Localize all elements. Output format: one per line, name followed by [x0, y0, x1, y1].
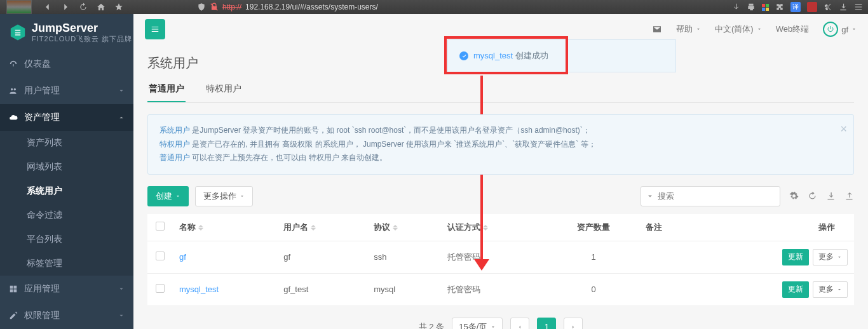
toast-suffix: 创建成功 — [513, 51, 548, 60]
cell-remark — [639, 241, 698, 273]
col-name[interactable]: 名称 — [173, 214, 277, 241]
create-button[interactable]: 创建 — [147, 186, 189, 206]
logo[interactable]: JumpServer FIT2CLOUD飞致云 旗下品牌 — [0, 14, 133, 51]
reload-icon[interactable] — [79, 3, 88, 11]
table-header-row: 名称 用户名 协议 认证方式 资产数量 备注 操作 — [147, 214, 854, 241]
mail-button[interactable] — [652, 24, 662, 34]
more-label: 更多 — [818, 284, 834, 295]
sidebar-item-dashboard[interactable]: 仪表盘 — [0, 51, 133, 77]
sidebar: JumpServer FIT2CLOUD飞致云 旗下品牌 仪表盘 用户管理 资产… — [0, 14, 133, 329]
col-auth[interactable]: 认证方式 — [441, 214, 548, 241]
tab-privileged-user[interactable]: 特权用户 — [205, 77, 243, 102]
cell-username: gf_test — [277, 273, 367, 306]
sidebar-toggle[interactable] — [145, 19, 165, 39]
puzzle-icon[interactable] — [775, 3, 784, 11]
logo-slogan: FIT2CLOUD飞致云 旗下品牌 — [32, 35, 132, 43]
col-remark: 备注 — [639, 214, 698, 241]
web-terminal-link[interactable]: Web终端 — [776, 24, 810, 35]
chevron-down-icon — [118, 88, 125, 94]
url-text[interactable]: 192.168.2.19/ui/#/assets/system-users/ — [245, 3, 378, 11]
power-icon — [827, 25, 834, 33]
refresh-icon[interactable] — [808, 191, 817, 201]
subnav-label-mgmt[interactable]: 标签管理 — [0, 252, 133, 276]
help-label: 帮助 — [676, 24, 693, 35]
hamburger-icon — [151, 25, 159, 34]
alert-keyword: 系统用户 — [159, 126, 190, 135]
help-dropdown[interactable]: 帮助 — [676, 24, 701, 35]
export-icon[interactable] — [826, 191, 836, 201]
forward-icon[interactable] — [61, 3, 70, 11]
home-icon[interactable] — [97, 3, 105, 11]
subnav-cmd-filter[interactable]: 命令过滤 — [0, 203, 133, 227]
close-icon[interactable]: × — [840, 119, 847, 139]
gear-icon[interactable] — [789, 191, 799, 201]
more-button[interactable]: 更多 — [813, 281, 848, 298]
name-link[interactable]: mysql_test — [179, 285, 219, 294]
apps-icon[interactable] — [762, 4, 769, 11]
name-link[interactable]: gf — [179, 252, 186, 262]
sidebar-item-assets[interactable]: 资产管理 — [0, 104, 133, 131]
chevron-right-icon — [570, 324, 576, 329]
avatar — [823, 22, 838, 37]
user-dropdown[interactable]: gf — [823, 22, 857, 37]
col-username[interactable]: 用户名 — [277, 214, 367, 241]
subnav-system-users[interactable]: 系统用户 — [0, 179, 133, 203]
col-ops: 操作 — [698, 214, 854, 241]
logo-icon — [9, 24, 27, 41]
sidebar-label: 权限管理 — [24, 310, 60, 321]
toast-link[interactable]: mysql_test — [473, 51, 513, 60]
mail-icon — [652, 24, 662, 34]
save-down-icon[interactable] — [839, 3, 848, 11]
more-button[interactable]: 更多 — [813, 249, 848, 265]
page-size-label: 15条/页 — [459, 321, 487, 329]
chevron-down-icon — [851, 27, 857, 32]
cell-assets: 1 — [548, 241, 639, 273]
dashboard-icon — [9, 60, 18, 69]
subnav-platform-list[interactable]: 平台列表 — [0, 227, 133, 252]
more-ops-button[interactable]: 更多操作 — [195, 186, 253, 206]
cell-protocol: ssh — [367, 241, 441, 273]
next-page[interactable] — [564, 318, 583, 329]
row-checkbox[interactable] — [156, 284, 165, 293]
tab-normal-user[interactable]: 普通用户 — [147, 77, 186, 102]
cell-protocol: mysql — [367, 273, 441, 306]
cell-username: gf — [277, 241, 367, 273]
alert-text: 可以在资产上预先存在，也可以由 特权用户 来自动创建。 — [190, 153, 387, 162]
col-assets: 资产数量 — [548, 214, 639, 241]
update-button[interactable]: 更新 — [782, 281, 809, 298]
pagination-total: 共 2 条 — [419, 321, 444, 329]
prev-page[interactable] — [510, 318, 529, 329]
search-box[interactable] — [641, 186, 780, 206]
sidebar-item-users[interactable]: 用户管理 — [0, 77, 133, 104]
page-number[interactable]: 1 — [537, 318, 556, 329]
chevron-down-icon — [837, 255, 842, 260]
info-alert: × 系统用户 是JumpServer 登录资产时使用的账号，如 root `ss… — [147, 114, 854, 175]
update-button[interactable]: 更新 — [782, 249, 809, 265]
extension-icon[interactable] — [807, 2, 817, 12]
chevron-down-icon[interactable] — [646, 192, 654, 200]
chevron-down-icon — [240, 194, 245, 199]
language-dropdown[interactable]: 中文(简体) — [715, 24, 762, 35]
download-icon[interactable] — [731, 3, 740, 11]
back-icon[interactable] — [43, 3, 52, 11]
sidebar-item-perms[interactable]: 权限管理 — [0, 302, 133, 329]
search-input[interactable] — [658, 191, 775, 201]
print-icon[interactable] — [747, 3, 756, 11]
cloud-icon — [9, 113, 18, 122]
scissors-icon[interactable] — [824, 3, 832, 11]
subnav-asset-list[interactable]: 资产列表 — [0, 131, 133, 155]
page-size-select[interactable]: 15条/页 — [452, 318, 503, 329]
menu-icon[interactable] — [854, 3, 863, 11]
select-all-checkbox[interactable] — [156, 222, 165, 231]
success-toast: mysql_test 创建成功 — [447, 39, 676, 72]
import-icon[interactable] — [844, 191, 854, 201]
chevron-up-icon — [118, 114, 125, 121]
sidebar-item-apps[interactable]: 应用管理 — [0, 276, 133, 302]
translate-icon[interactable]: 译 — [790, 2, 801, 12]
tabs: 普通用户 特权用户 — [147, 77, 854, 103]
star-icon[interactable] — [114, 3, 123, 11]
annotation-arrow-head — [474, 259, 489, 271]
col-protocol[interactable]: 协议 — [367, 214, 441, 241]
row-checkbox[interactable] — [156, 252, 165, 260]
subnav-domain-list[interactable]: 网域列表 — [0, 155, 133, 179]
